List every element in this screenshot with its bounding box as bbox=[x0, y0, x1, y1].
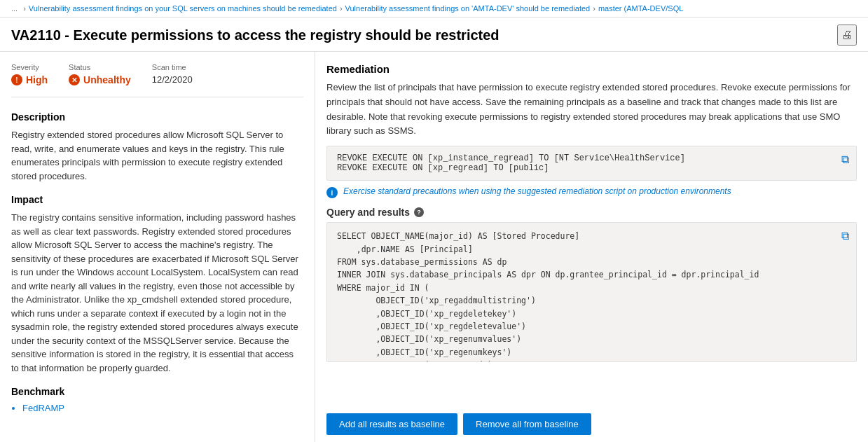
breadcrumb-item-1[interactable]: Vulnerability assessment findings on you… bbox=[29, 4, 337, 13]
content-area: Severity ! High Status ✕ Unhealthy Scan … bbox=[0, 52, 868, 442]
status-item: Status ✕ Unhealthy bbox=[69, 63, 131, 85]
title-bar: VA2110 - Execute permissions to access t… bbox=[0, 18, 868, 52]
breadcrumb: ... › Vulnerability assessment findings … bbox=[0, 0, 868, 18]
scan-time-item: Scan time 12/2/2020 bbox=[152, 63, 193, 85]
button-row: Add all results as baseline Remove all f… bbox=[326, 413, 857, 435]
severity-icon: ! bbox=[11, 74, 22, 85]
right-panel: Remediation Review the list of principal… bbox=[315, 52, 868, 442]
query-title: Query and results ? bbox=[326, 207, 857, 218]
code-line-2: REVOKE EXECUTE ON [xp_regread] TO [publi… bbox=[337, 163, 821, 173]
remediation-info-banner: i Exercise standard precautions when usi… bbox=[326, 186, 857, 198]
description-title: Description bbox=[11, 111, 303, 123]
remove-baseline-button[interactable]: Remove all from baseline bbox=[463, 413, 591, 435]
remediation-text: Review the list of principals that have … bbox=[326, 81, 857, 139]
scan-time-label: Scan time bbox=[152, 63, 193, 71]
breadcrumb-separator: › bbox=[23, 4, 26, 13]
remediation-code: REVOKE EXECUTE ON [xp_instance_regread] … bbox=[337, 153, 846, 173]
query-info-icon[interactable]: ? bbox=[414, 207, 424, 217]
impact-title: Impact bbox=[11, 194, 303, 205]
severity-value: ! High bbox=[11, 74, 48, 85]
page-title: VA2110 - Execute permissions to access t… bbox=[11, 27, 837, 43]
print-button[interactable]: 🖨 bbox=[837, 25, 857, 46]
severity-label: Severity bbox=[11, 63, 48, 71]
code-line-1: REVOKE EXECUTE ON [xp_instance_regread] … bbox=[337, 153, 821, 163]
scan-time-value: 12/2/2020 bbox=[152, 74, 193, 85]
left-panel: Severity ! High Status ✕ Unhealthy Scan … bbox=[0, 52, 315, 442]
query-code: SELECT OBJECT_NAME(major_id) AS [Stored … bbox=[337, 230, 846, 362]
query-code-block[interactable]: SELECT OBJECT_NAME(major_id) AS [Stored … bbox=[326, 222, 857, 362]
impact-text: The registry contains sensitive informat… bbox=[11, 211, 303, 375]
benchmark-title: Benchmark bbox=[11, 386, 303, 397]
copy-query-button[interactable]: ⧉ bbox=[840, 228, 850, 244]
remediation-section: Remediation Review the list of principal… bbox=[326, 63, 857, 198]
copy-remediation-button[interactable]: ⧉ bbox=[840, 152, 850, 167]
info-text: Exercise standard precautions when using… bbox=[343, 186, 731, 196]
query-section: Query and results ? SELECT OBJECT_NAME(m… bbox=[326, 207, 857, 398]
status-label: Status bbox=[69, 63, 131, 71]
remediation-title: Remediation bbox=[326, 63, 857, 75]
meta-row: Severity ! High Status ✕ Unhealthy Scan … bbox=[11, 63, 303, 97]
status-value: ✕ Unhealthy bbox=[69, 74, 131, 85]
breadcrumb-item-3[interactable]: master (AMTA-DEV/SQL bbox=[598, 4, 683, 13]
benchmark-list: FedRAMP bbox=[11, 403, 303, 413]
breadcrumb-item-2[interactable]: Vulnerability assessment findings on 'AM… bbox=[345, 4, 591, 13]
description-text: Registry extended stored procedures allo… bbox=[11, 128, 303, 183]
breadcrumb-ellipsis[interactable]: ... bbox=[11, 4, 18, 13]
status-icon: ✕ bbox=[69, 74, 80, 85]
add-baseline-button[interactable]: Add all results as baseline bbox=[326, 413, 457, 435]
benchmark-item[interactable]: FedRAMP bbox=[22, 403, 303, 413]
remediation-code-block: REVOKE EXECUTE ON [xp_instance_regread] … bbox=[326, 146, 857, 181]
severity-item: Severity ! High bbox=[11, 63, 48, 85]
info-icon: i bbox=[326, 187, 338, 198]
